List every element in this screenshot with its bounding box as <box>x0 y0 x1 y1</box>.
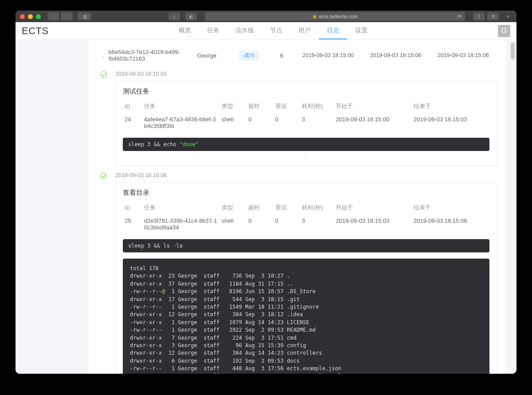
scrollbar[interactable] <box>509 40 516 374</box>
cell: shell <box>220 215 246 233</box>
home-button[interactable]: ⌂ <box>168 12 180 20</box>
privacy-button[interactable]: ◐ <box>185 12 197 20</box>
step-title: 测试任务 <box>123 87 489 96</box>
window-controls <box>20 14 41 19</box>
col-header: 开始于 <box>334 201 411 215</box>
col-header: 耗时(秒) <box>300 201 334 215</box>
step-block: 2019-09-03 18:15:03测试任务ID任务类型超时重试耗时(秒)开始… <box>98 71 497 166</box>
cell: 4afe4ea7-67a3-4836-b8ef-3b4c356ff3fd <box>142 114 220 132</box>
cell: 2019-09-03 18:15:03 <box>334 215 411 233</box>
run-hash: b6e54dc3-7e12-4029-b499-fb4603c72163 <box>109 49 197 62</box>
run-ts3: 2019-09-03 18:15:06 <box>430 52 497 58</box>
cell: d2e3f791-339b-41c4-8b37-10c3bbd9aa34 <box>142 215 220 233</box>
maximize-window-icon[interactable] <box>36 14 41 19</box>
col-header: 类型 <box>220 201 246 215</box>
col-header: 类型 <box>220 100 246 114</box>
left-gutter <box>16 40 89 374</box>
cell: 25 <box>123 215 142 233</box>
cell: 2019-09-03 18:15:06 <box>412 215 489 233</box>
nav-item-0[interactable]: 概览 <box>171 22 199 39</box>
history-nav: 〈 〉 <box>48 12 73 20</box>
close-window-icon[interactable] <box>20 14 25 19</box>
nav-item-1[interactable]: 任务 <box>199 22 227 39</box>
cell: 3 <box>300 114 334 132</box>
terminal-output: total 176drwxr-xr-x 23 George staff 736 … <box>123 259 489 374</box>
nav-item-4[interactable]: 用户 <box>290 22 319 39</box>
success-icon <box>100 173 107 179</box>
col-header: ID <box>123 201 142 215</box>
step-card: 查看目录ID任务类型超时重试耗时(秒)开始于结束于25d2e3f791-339b… <box>115 182 497 374</box>
chevron-down-icon[interactable]: ⌄ <box>98 53 109 58</box>
lock-icon: 🔒 <box>312 14 317 19</box>
step-title: 查看目录 <box>123 189 489 197</box>
nav-item-3[interactable]: 节点 <box>262 22 290 39</box>
run-ts2: 2019-09-03 18:15:06 <box>362 52 429 58</box>
col-header: 结束于 <box>412 100 489 114</box>
success-icon <box>100 71 107 78</box>
command-bar: sleep 3 && echo "done" <box>123 138 489 151</box>
status-badge: 成功 <box>239 51 259 60</box>
step-card: 测试任务ID任务类型超时重试耗时(秒)开始于结束于244afe4ea7-67a3… <box>115 81 497 166</box>
col-header: 超时 <box>246 100 273 114</box>
address-bar[interactable]: 🔒 ects.betterde.com ⟳ <box>205 12 465 21</box>
col-header: ID <box>123 100 142 114</box>
forward-button[interactable]: 〉 <box>61 12 73 20</box>
col-header: 开始于 <box>334 100 411 114</box>
new-tab-button[interactable]: + <box>504 12 512 20</box>
app-header: ECTS 概览任务流水线节点用户日志设置 G <box>16 22 516 40</box>
run-status: 成功 <box>239 51 269 60</box>
main-nav: 概览任务流水线节点用户日志设置 <box>171 22 376 39</box>
back-button[interactable]: 〈 <box>48 12 59 20</box>
col-header: 任务 <box>142 100 220 114</box>
cell: 2019-09-03 18:15:03 <box>412 114 489 132</box>
col-header: 超时 <box>246 201 273 215</box>
col-header: 任务 <box>142 201 220 215</box>
browser-window: 〈 〉 ▥ ⌂ ◐ 🔒 ects.betterde.com ⟳ ⇪ ⧉ + EC… <box>16 11 516 374</box>
command-bar: sleep 3 && ls -la <box>123 239 489 252</box>
avatar[interactable]: G <box>498 25 510 37</box>
run-ts1: 2019-09-03 18:15:00 <box>294 52 362 58</box>
col-header: 重试 <box>274 100 300 114</box>
cell: 0 <box>274 114 300 132</box>
share-button[interactable]: ⇪ <box>473 12 485 20</box>
expand-icon[interactable]: ⌄ <box>123 151 489 159</box>
nav-item-2[interactable]: 流水线 <box>227 22 262 39</box>
brand: ECTS <box>22 25 49 37</box>
nav-item-5[interactable]: 日志 <box>319 22 347 39</box>
sidebar-toggle-button[interactable]: ▥ <box>78 12 91 20</box>
url-text: ects.betterde.com <box>319 14 358 19</box>
cell: 0 <box>246 215 273 233</box>
reload-icon[interactable]: ⟳ <box>458 14 462 19</box>
tabs-button[interactable]: ⧉ <box>487 12 499 20</box>
table-row: 244afe4ea7-67a3-4836-b8ef-3b4c356ff3fdsh… <box>123 114 489 132</box>
table-row: 25d2e3f791-339b-41c4-8b37-10c3bbd9aa34sh… <box>123 215 489 233</box>
cell: 0 <box>274 215 300 233</box>
step-timestamp: 2019-09-03 18:15:03 <box>115 71 497 77</box>
step-block: 2019-09-03 18:15:06查看目录ID任务类型超时重试耗时(秒)开始… <box>98 172 497 374</box>
cell: shell <box>220 114 246 132</box>
run-user: George <box>197 52 239 59</box>
minimize-window-icon[interactable] <box>28 14 33 19</box>
cell: 0 <box>246 114 273 132</box>
scroll-thumb[interactable] <box>511 43 515 59</box>
step-timestamp: 2019-09-03 18:15:06 <box>115 172 497 178</box>
col-header: 结束于 <box>412 201 489 215</box>
cell: 3 <box>300 215 334 233</box>
cell: 24 <box>123 114 142 132</box>
col-header: 重试 <box>274 201 300 215</box>
nav-item-6[interactable]: 设置 <box>347 22 376 39</box>
content-area: ⌄ b6e54dc3-7e12-4029-b499-fb4603c72163 G… <box>16 40 516 374</box>
col-header: 耗时(秒) <box>300 100 334 114</box>
main-column: ⌄ b6e54dc3-7e12-4029-b499-fb4603c72163 G… <box>89 40 506 374</box>
cell: 2019-09-03 18:15:00 <box>334 114 411 132</box>
run-count: 6 <box>269 52 294 59</box>
run-summary-row[interactable]: ⌄ b6e54dc3-7e12-4029-b499-fb4603c72163 G… <box>98 46 497 65</box>
titlebar: 〈 〉 ▥ ⌂ ◐ 🔒 ects.betterde.com ⟳ ⇪ ⧉ + <box>16 11 516 22</box>
